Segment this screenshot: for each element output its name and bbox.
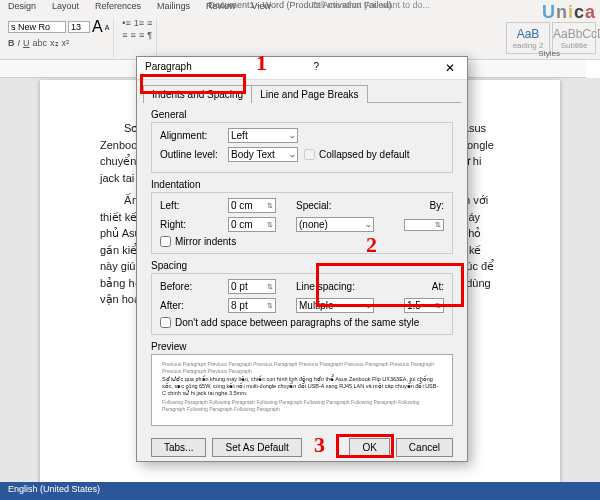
shrink-font-icon[interactable]: A [105, 24, 110, 31]
dialog-title: Paragraph [145, 61, 192, 75]
paragraph-dialog: Paragraph ? ✕ Indents and Spacing Line a… [136, 56, 468, 462]
special-select[interactable]: (none) [296, 217, 374, 232]
alignment-label: Alignment: [160, 130, 222, 141]
before-label: Before: [160, 281, 222, 292]
spacing-section: Before: 0 pt Line spacing: At: After: 8 … [151, 273, 453, 335]
align-right-icon[interactable]: ≡ [139, 30, 144, 40]
font-size-select[interactable]: 13 [68, 21, 90, 33]
grow-font-icon[interactable]: A [92, 18, 103, 36]
alignment-select[interactable]: Left [228, 128, 298, 143]
after-label: After: [160, 300, 222, 311]
styles-group-label: Styles [538, 49, 560, 58]
tab-mailings[interactable]: Mailings [149, 0, 198, 16]
italic-button[interactable]: I [18, 38, 21, 48]
set-default-button[interactable]: Set As Default [212, 438, 301, 457]
tab-design[interactable]: Design [0, 0, 44, 16]
font-group: s New Ro 13 A A B I U abc x₂ x² [4, 18, 114, 58]
status-bar: English (United States) [0, 482, 600, 500]
font-name-select[interactable]: s New Ro [8, 21, 66, 33]
after-spinner[interactable]: 8 pt [228, 298, 276, 313]
watermark-logo: Unica [542, 2, 596, 23]
multilevel-icon[interactable]: ≡ [147, 18, 152, 28]
paragraph-mark-icon[interactable]: ¶ [147, 30, 152, 40]
close-icon[interactable]: ✕ [441, 61, 459, 75]
preview-box: Previous Paragraph Previous Paragraph Pr… [151, 354, 453, 426]
underline-button[interactable]: U [23, 38, 30, 48]
general-label: General [151, 109, 453, 120]
dialog-buttons: Tabs... Set As Default OK Cancel [137, 432, 467, 467]
preview-label: Preview [151, 341, 453, 352]
dialog-tabs: Indents and Spacing Line and Page Breaks [143, 84, 461, 103]
outline-select[interactable]: Body Text [228, 147, 298, 162]
dialog-titlebar: Paragraph ? ✕ [137, 57, 467, 80]
bullets-icon[interactable]: •≡ [122, 18, 130, 28]
indentation-section: Left: 0 cm Special: By: Right: 0 cm (non… [151, 192, 453, 254]
paragraph-group: •≡ 1≡ ≡ ≡ ≡ ≡ ¶ [118, 18, 157, 58]
numbering-icon[interactable]: 1≡ [134, 18, 144, 28]
outline-label: Outline level: [160, 149, 222, 160]
subscript-button[interactable]: x₂ [50, 38, 59, 48]
cancel-button[interactable]: Cancel [396, 438, 453, 457]
left-label: Left: [160, 200, 222, 211]
tabs-button[interactable]: Tabs... [151, 438, 206, 457]
tab-references[interactable]: References [87, 0, 149, 16]
ribbon-body: s New Ro 13 A A B I U abc x₂ x² •≡ 1≡ ≡ … [0, 16, 600, 60]
by-label: By: [430, 200, 444, 211]
tab-indents-spacing[interactable]: Indents and Spacing [143, 85, 252, 103]
by-spinner[interactable] [404, 219, 444, 231]
left-spinner[interactable]: 0 cm [228, 198, 276, 213]
collapsed-checkbox[interactable]: Collapsed by default [304, 149, 410, 160]
superscript-button[interactable]: x² [62, 38, 70, 48]
tab-layout[interactable]: Layout [44, 0, 87, 16]
line-spacing-select[interactable]: Multiple [296, 298, 374, 313]
strike-button[interactable]: abc [33, 38, 48, 48]
tell-me-search[interactable]: Tell me what you want to do... [311, 0, 430, 10]
align-center-icon[interactable]: ≡ [131, 30, 136, 40]
at-label: At: [432, 281, 444, 292]
right-spinner[interactable]: 0 cm [228, 217, 276, 232]
dont-add-space-checkbox[interactable]: Don't add space between paragraphs of th… [160, 317, 444, 328]
align-left-icon[interactable]: ≡ [122, 30, 127, 40]
before-spinner[interactable]: 0 pt [228, 279, 276, 294]
special-label: Special: [296, 200, 366, 211]
ok-button[interactable]: OK [349, 438, 389, 457]
ribbon: Document1 - Word (Product Activation Fai… [0, 0, 600, 60]
dialog-help-icon[interactable]: ? [314, 61, 320, 75]
indentation-label: Indentation [151, 179, 453, 190]
status-language[interactable]: English (United States) [8, 484, 100, 494]
line-spacing-label: Line spacing: [296, 281, 366, 292]
tab-line-page-breaks[interactable]: Line and Page Breaks [252, 85, 367, 103]
mirror-indents-checkbox[interactable]: Mirror indents [160, 236, 444, 247]
spacing-label: Spacing [151, 260, 453, 271]
at-spinner[interactable]: 1.5 [404, 298, 444, 313]
right-label: Right: [160, 219, 222, 230]
general-section: Alignment: Left Outline level: Body Text… [151, 122, 453, 173]
bold-button[interactable]: B [8, 38, 15, 48]
